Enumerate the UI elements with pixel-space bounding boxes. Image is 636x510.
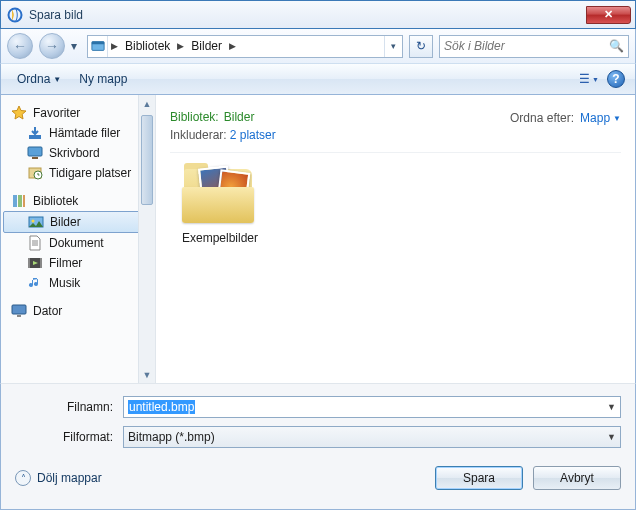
content-pane: Bibliotek: Bilder Inkluderar: 2 platser …: [156, 95, 635, 383]
filename-value: untitled.bmp: [128, 400, 195, 414]
svg-rect-17: [17, 315, 21, 317]
hide-folders-label: Dölj mappar: [37, 471, 102, 485]
close-button[interactable]: ✕: [586, 6, 631, 24]
videos-icon: [27, 255, 43, 271]
sidebar-header-libraries[interactable]: Bibliotek: [1, 191, 155, 211]
divider: [170, 152, 621, 153]
new-folder-button[interactable]: Ny mapp: [73, 69, 133, 89]
sidebar-item-label: Hämtade filer: [49, 126, 120, 140]
includes-link[interactable]: 2 platser: [230, 128, 276, 142]
sidebar-header-favorites[interactable]: Favoriter: [1, 103, 155, 123]
svg-rect-2: [91, 42, 103, 45]
folder-item[interactable]: Exempelbilder: [170, 163, 270, 245]
sidebar-item-recent[interactable]: Tidigare platser: [1, 163, 155, 183]
sidebar-item-videos[interactable]: Filmer: [1, 253, 155, 273]
organize-label: Ordna: [17, 72, 50, 86]
sidebar-item-desktop[interactable]: Skrivbord: [1, 143, 155, 163]
bottom-panel: Filnamn: untitled.bmp ▼ Filformat: Bitma…: [0, 383, 636, 510]
sidebar-label: Favoriter: [33, 106, 80, 120]
hide-folders-button[interactable]: ˄ Dölj mappar: [15, 470, 102, 486]
sidebar-item-label: Skrivbord: [49, 146, 100, 160]
svg-rect-5: [32, 157, 38, 159]
arrow-right-icon: →: [45, 38, 59, 54]
breadcrumb-item[interactable]: Bibliotek: [121, 39, 174, 53]
arrange-label: Ordna efter:: [510, 111, 574, 125]
address-bar[interactable]: ▶ Bibliotek ▶ Bilder ▶ ▾: [87, 35, 403, 58]
sidebar-item-label: Filmer: [49, 256, 82, 270]
svg-point-12: [32, 220, 35, 223]
svg-rect-4: [28, 147, 42, 156]
new-folder-label: Ny mapp: [79, 72, 127, 86]
arrange-value: Mapp: [580, 111, 610, 125]
sidebar-scrollbar[interactable]: ▲ ▼: [138, 95, 155, 383]
view-icon: ☰: [579, 72, 590, 86]
sidebar-item-label: Bilder: [50, 215, 81, 229]
sidebar-item-documents[interactable]: Dokument: [1, 233, 155, 253]
back-button[interactable]: ←: [7, 33, 33, 59]
toolbar: Ordna▼ Ny mapp ☰▼ ?: [0, 63, 636, 95]
address-dropdown[interactable]: ▾: [384, 36, 402, 57]
chevron-down-icon[interactable]: ▼: [607, 402, 616, 412]
library-name: Bilder: [224, 110, 255, 124]
save-label: Spara: [463, 471, 495, 485]
library-subtitle: Inkluderar: 2 platser: [170, 128, 276, 142]
breadcrumb-item[interactable]: Bilder: [187, 39, 226, 53]
libraries-icon: [11, 193, 27, 209]
chevron-down-icon: ▼: [613, 114, 621, 123]
chevron-down-icon: ▼: [607, 432, 616, 442]
sidebar: Favoriter Hämtade filer Skrivbord Tidiga…: [1, 95, 156, 383]
svg-point-0: [9, 8, 22, 21]
refresh-icon: ↻: [416, 39, 426, 53]
cancel-button[interactable]: Avbryt: [533, 466, 621, 490]
library-prefix: Bibliotek:: [170, 110, 219, 124]
includes-label: Inkluderar:: [170, 128, 227, 142]
window-title: Spara bild: [29, 8, 585, 22]
folder-label: Exempelbilder: [170, 231, 270, 245]
svg-rect-16: [12, 305, 26, 314]
save-button[interactable]: Spara: [435, 466, 523, 490]
star-icon: [11, 105, 27, 121]
search-box[interactable]: 🔍: [439, 35, 629, 58]
sidebar-label: Bibliotek: [33, 194, 78, 208]
scroll-thumb[interactable]: [141, 115, 153, 205]
chevron-up-icon: ˄: [15, 470, 31, 486]
help-icon: ?: [612, 72, 619, 86]
view-options-button[interactable]: ☰▼: [577, 68, 601, 90]
sidebar-item-label: Tidigare platser: [49, 166, 131, 180]
downloads-icon: [27, 125, 43, 141]
refresh-button[interactable]: ↻: [409, 35, 433, 58]
chevron-down-icon: ▼: [53, 75, 61, 84]
desktop-icon: [27, 145, 43, 161]
pictures-icon: [28, 214, 44, 230]
svg-rect-10: [23, 195, 25, 207]
nav-row: ← → ▾ ▶ Bibliotek ▶ Bilder ▶ ▾ ↻ 🔍: [0, 29, 636, 63]
scroll-down-icon[interactable]: ▼: [139, 366, 155, 383]
library-title: Bibliotek: Bilder: [170, 105, 276, 126]
sidebar-item-label: Dokument: [49, 236, 104, 250]
search-icon: 🔍: [609, 39, 624, 53]
dialog-body: Favoriter Hämtade filer Skrivbord Tidiga…: [0, 95, 636, 383]
sidebar-item-downloads[interactable]: Hämtade filer: [1, 123, 155, 143]
music-icon: [27, 275, 43, 291]
filename-field[interactable]: untitled.bmp ▼: [123, 396, 621, 418]
nav-history-dropdown[interactable]: ▾: [71, 39, 81, 53]
location-icon: [88, 36, 108, 57]
folder-icon: [180, 163, 260, 227]
cancel-label: Avbryt: [560, 471, 594, 485]
chevron-right-icon: ▶: [226, 41, 239, 51]
forward-button[interactable]: →: [39, 33, 65, 59]
svg-rect-9: [18, 195, 22, 207]
scroll-up-icon[interactable]: ▲: [139, 95, 155, 112]
organize-menu[interactable]: Ordna▼: [11, 69, 67, 89]
sidebar-header-computer[interactable]: Dator: [1, 301, 155, 321]
format-label: Filformat:: [15, 430, 123, 444]
format-value: Bitmapp (*.bmp): [128, 430, 607, 444]
sidebar-item-pictures[interactable]: Bilder: [3, 211, 153, 233]
arrange-dropdown[interactable]: Mapp▼: [580, 111, 621, 125]
format-combobox[interactable]: Bitmapp (*.bmp) ▼: [123, 426, 621, 448]
svg-rect-8: [13, 195, 17, 207]
sidebar-item-music[interactable]: Musik: [1, 273, 155, 293]
help-button[interactable]: ?: [607, 70, 625, 88]
search-input[interactable]: [444, 39, 609, 53]
svg-rect-15: [40, 258, 42, 268]
